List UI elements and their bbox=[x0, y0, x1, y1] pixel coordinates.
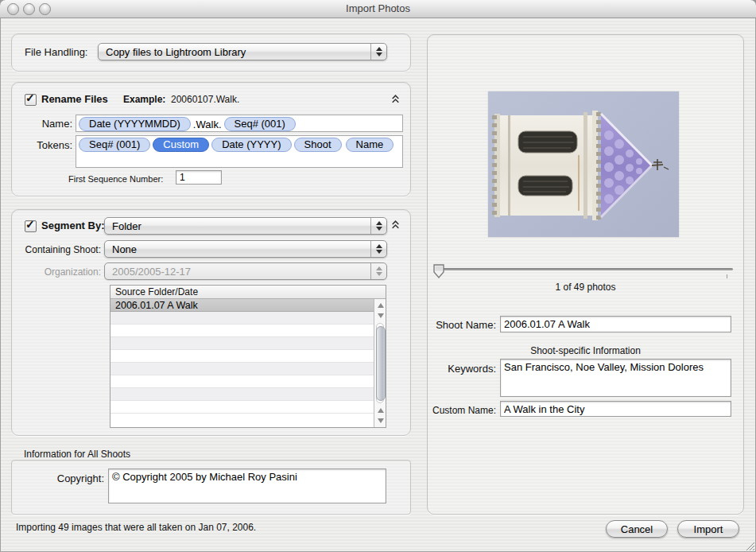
table-scrollbar[interactable] bbox=[374, 299, 386, 427]
file-handling-label: File Handling: bbox=[25, 46, 88, 58]
segment-by-popup[interactable]: Folder bbox=[104, 217, 387, 235]
title-bar: Import Photos bbox=[0, 0, 756, 18]
window-title: Import Photos bbox=[0, 2, 756, 14]
preview-panel: 1 of 49 photos Shoot Name: Shoot-specifi… bbox=[427, 34, 744, 515]
token-custom-button[interactable]: Custom bbox=[153, 138, 209, 152]
token-shoot-button[interactable]: Shoot bbox=[294, 138, 342, 152]
segment-by-group: Segment By: Folder Containing Shoot: Non… bbox=[11, 209, 411, 436]
table-row[interactable] bbox=[110, 401, 386, 414]
scroll-down-icon[interactable] bbox=[376, 312, 385, 320]
shoot-specific-info-label: Shoot-specific Information bbox=[428, 345, 743, 356]
keywords-label: Keywords: bbox=[428, 363, 496, 375]
name-pattern-separator: .Walk. bbox=[193, 119, 222, 130]
source-folder-table: Source Folder/Date 2006.01.07 A Walk bbox=[110, 285, 386, 428]
photo-slider-thumb[interactable] bbox=[432, 263, 445, 280]
popup-arrows-icon bbox=[370, 241, 386, 257]
rename-files-label: Rename Files bbox=[41, 93, 108, 105]
table-row[interactable] bbox=[110, 312, 386, 325]
segment-by-checkbox[interactable] bbox=[25, 220, 37, 232]
rename-files-group: Rename Files Example: 20060107.Walk. Nam… bbox=[11, 82, 411, 196]
segment-by-value: Folder bbox=[112, 220, 142, 232]
scroll-down-icon[interactable] bbox=[376, 417, 385, 425]
table-row[interactable] bbox=[110, 350, 386, 363]
import-photos-dialog: Import Photos File Handling: Copy files … bbox=[0, 0, 756, 552]
scroll-up-icon[interactable] bbox=[376, 301, 385, 309]
popup-arrows-icon bbox=[370, 218, 386, 234]
containing-shoot-popup[interactable]: None bbox=[104, 240, 387, 258]
token-seq-button[interactable]: Seq# (001) bbox=[79, 138, 150, 152]
organization-popup: 2005/2005-12-17 bbox=[104, 262, 387, 280]
file-handling-popup[interactable]: Copy files to Lightroom Library bbox=[98, 43, 387, 60]
cancel-button[interactable]: Cancel bbox=[606, 520, 668, 538]
info-all-shoots-label: Information for All Shoots bbox=[24, 449, 130, 460]
scroll-up-icon[interactable] bbox=[376, 406, 385, 414]
popup-arrows-icon bbox=[370, 44, 386, 60]
token-name-button[interactable]: Name bbox=[346, 138, 394, 152]
resize-grip[interactable] bbox=[743, 539, 754, 550]
tokens-label: Tokens: bbox=[18, 139, 72, 151]
collapse-section-icon[interactable] bbox=[390, 94, 401, 104]
photo-preview bbox=[488, 91, 679, 237]
collapse-section-icon[interactable] bbox=[390, 220, 401, 230]
example-value: 20060107.Walk. bbox=[171, 94, 239, 105]
file-handling-group: File Handling: Copy files to Lightroom L… bbox=[11, 33, 411, 72]
containing-shoot-label: Containing Shoot: bbox=[12, 244, 101, 255]
containing-shoot-value: None bbox=[112, 243, 137, 255]
popup-arrows-icon bbox=[370, 263, 386, 279]
tokens-field: Seq# (001) Custom Date (YYYY) Shoot Name bbox=[76, 135, 403, 168]
segment-by-label: Segment By: bbox=[41, 220, 104, 231]
custom-name-input[interactable] bbox=[500, 401, 731, 417]
copyright-input[interactable]: © Copyright 2005 by Michael Roy Pasini bbox=[108, 468, 386, 503]
custom-name-label: Custom Name: bbox=[428, 405, 496, 416]
photo-slider-track[interactable] bbox=[437, 268, 733, 270]
info-all-shoots-group: Copyright: © Copyright 2005 by Michael R… bbox=[11, 460, 411, 515]
import-button[interactable]: Import bbox=[677, 520, 739, 538]
name-pattern-token-seq[interactable]: Seq# (001) bbox=[224, 117, 296, 131]
organization-value: 2005/2005-12-17 bbox=[112, 266, 191, 278]
name-label: Name: bbox=[26, 118, 72, 130]
table-row[interactable] bbox=[110, 388, 386, 401]
table-row[interactable] bbox=[110, 337, 386, 350]
name-pattern-field[interactable]: Date (YYYYMMDD) .Walk. Seq# (001) bbox=[76, 115, 403, 132]
table-row-selected[interactable]: 2006.01.07 A Walk bbox=[110, 299, 386, 312]
shoot-name-input[interactable] bbox=[500, 316, 731, 332]
file-handling-value: Copy files to Lightroom Library bbox=[106, 46, 246, 58]
first-sequence-number-label: First Sequence Number: bbox=[68, 174, 163, 184]
table-row[interactable] bbox=[110, 375, 386, 388]
source-folder-table-header[interactable]: Source Folder/Date bbox=[110, 286, 386, 299]
first-sequence-number-input[interactable] bbox=[176, 170, 222, 185]
table-row[interactable] bbox=[110, 363, 386, 375]
rename-files-checkbox[interactable] bbox=[25, 94, 37, 106]
slider-end-tick bbox=[727, 274, 727, 278]
token-date-button[interactable]: Date (YYYY) bbox=[211, 138, 291, 152]
example-label: Example: bbox=[123, 94, 165, 105]
scrollbar-thumb[interactable] bbox=[376, 326, 386, 401]
keywords-input[interactable]: San Francisco, Noe Valley, Mission Dolor… bbox=[500, 359, 731, 397]
organization-label: Organization: bbox=[12, 266, 101, 278]
table-row[interactable] bbox=[110, 325, 386, 337]
photo-counter: 1 of 49 photos bbox=[428, 282, 743, 293]
import-status-text: Importing 49 images that were all taken … bbox=[16, 522, 256, 533]
copyright-label: Copyright: bbox=[28, 472, 104, 484]
shoot-name-label: Shoot Name: bbox=[428, 319, 496, 331]
name-pattern-token-date[interactable]: Date (YYYYMMDD) bbox=[79, 117, 191, 131]
